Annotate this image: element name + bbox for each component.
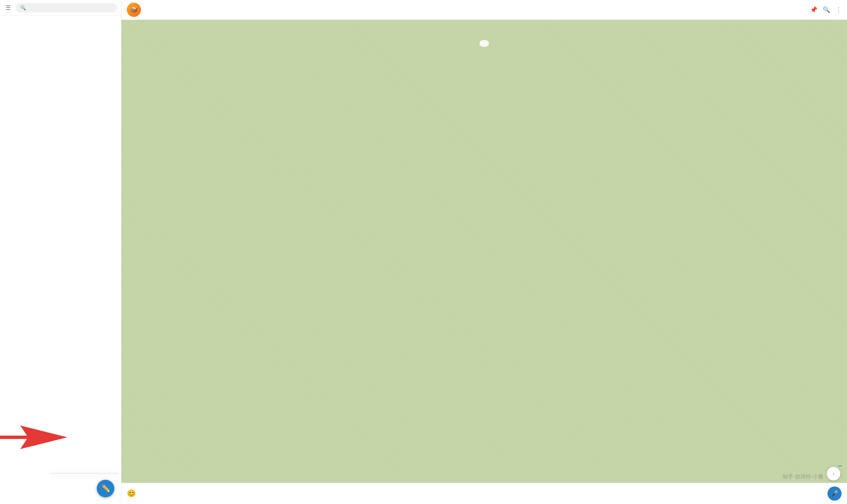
mic-button[interactable]: 🎤	[827, 486, 842, 501]
emoji-button[interactable]: 😊	[127, 489, 136, 498]
scroll-bottom-button[interactable]: ↓	[827, 467, 840, 481]
message-input[interactable]	[140, 489, 824, 498]
pin-topbar-icon[interactable]: 📌	[810, 6, 817, 14]
new-chat-fab[interactable]: ✏️	[97, 480, 114, 497]
input-area: 😊 🎤	[121, 483, 847, 504]
chat-panel: 📦 📌 🔍 ⋮ 📌 😊 🎤 ↓	[121, 0, 847, 504]
chat-topbar: 📦 📌 🔍 ⋮	[121, 0, 847, 20]
sidebar-header: ☰ 🔍	[0, 0, 121, 16]
menu-icon[interactable]: ☰	[4, 3, 12, 13]
topbar-actions: 📌 🔍 ⋮	[810, 6, 842, 14]
search-topbar-icon[interactable]: 🔍	[823, 6, 830, 14]
unread-divider	[127, 41, 842, 46]
scroll-badge	[838, 466, 842, 466]
more-topbar-icon[interactable]: ⋮	[835, 6, 842, 14]
search-icon: 🔍	[20, 5, 26, 11]
sidebar: ☰ 🔍 ✏️	[0, 0, 121, 504]
group-avatar: 📦	[127, 3, 141, 17]
search-input[interactable]	[29, 5, 112, 11]
chat-list	[0, 16, 121, 495]
messages-area	[121, 32, 847, 483]
search-box[interactable]: 🔍	[16, 3, 117, 13]
context-menu	[50, 473, 118, 474]
